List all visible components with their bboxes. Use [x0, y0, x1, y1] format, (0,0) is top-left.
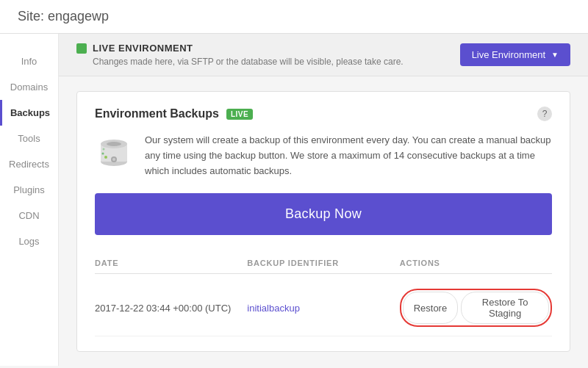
row-actions: Restore Restore To Staging [400, 289, 552, 327]
card-header: Environment Backups LIVE ? [95, 107, 552, 121]
row-date: 2017-12-22 03:44 +00:00 (UTC) [95, 303, 247, 314]
svg-point-6 [104, 156, 107, 159]
main-content: LIVE ENVIRONMENT Changes made here, via … [59, 34, 588, 366]
env-banner: LIVE ENVIRONMENT Changes made here, via … [59, 34, 588, 76]
env-label-row: LIVE ENVIRONMENT [76, 43, 404, 54]
sidebar-item-domains[interactable]: Domains [0, 74, 58, 100]
row-identifier[interactable]: initialbackup [247, 303, 399, 314]
help-icon[interactable]: ? [537, 107, 552, 121]
actions-group: Restore Restore To Staging [400, 289, 552, 327]
table-row: 2017-12-22 03:44 +00:00 (UTC) initialbac… [95, 280, 552, 336]
col-header-identifier: BACKUP IDENTIFIER [247, 259, 399, 267]
restore-button[interactable]: Restore [403, 292, 459, 324]
live-badge: LIVE [226, 109, 253, 120]
sidebar-item-info[interactable]: Info [0, 48, 58, 74]
svg-point-5 [112, 158, 115, 161]
card-title-row: Environment Backups LIVE [95, 107, 253, 120]
backup-description: Our system will create a backup of this … [145, 133, 552, 178]
svg-point-8 [103, 148, 105, 151]
env-live-dot [76, 43, 87, 54]
sidebar-item-backups[interactable]: Backups [0, 100, 58, 126]
sidebar-item-logs[interactable]: Logs [0, 228, 58, 254]
card-title: Environment Backups [95, 107, 219, 120]
backups-card: Environment Backups LIVE ? [76, 91, 570, 352]
backup-info: Our system will create a backup of this … [95, 133, 552, 178]
col-header-date: DATE [95, 259, 247, 267]
backups-table: DATE BACKUP IDENTIFIER ACTIONS 2017-12-2… [95, 253, 552, 336]
svg-point-3 [107, 142, 121, 146]
restore-to-staging-button[interactable]: Restore To Staging [461, 292, 549, 324]
table-header: DATE BACKUP IDENTIFIER ACTIONS [95, 253, 552, 274]
col-header-actions: ACTIONS [400, 259, 552, 267]
page-header: Site: engagewp [0, 0, 588, 34]
chevron-down-icon: ▼ [551, 51, 559, 59]
env-description: Changes made here, via SFTP or the datab… [93, 57, 404, 67]
env-banner-info: LIVE ENVIRONMENT Changes made here, via … [76, 43, 404, 67]
page-title: Site: engagewp [18, 9, 109, 24]
content-area: Environment Backups LIVE ? [59, 76, 588, 366]
sidebar-item-plugins[interactable]: Plugins [0, 177, 58, 203]
sidebar-item-cdn[interactable]: CDN [0, 203, 58, 228]
sidebar: Info Domains Backups Tools Redirects Plu… [0, 34, 59, 366]
sidebar-item-redirects[interactable]: Redirects [0, 151, 58, 177]
svg-point-7 [102, 153, 104, 155]
env-dropdown-button[interactable]: Live Environment ▼ [460, 43, 570, 66]
main-layout: Info Domains Backups Tools Redirects Plu… [0, 34, 588, 366]
backup-disk-icon [95, 133, 133, 171]
backup-now-button[interactable]: Backup Now [95, 193, 552, 235]
env-name: LIVE ENVIRONMENT [93, 43, 193, 54]
sidebar-item-tools[interactable]: Tools [0, 126, 58, 151]
env-dropdown-label: Live Environment [472, 49, 545, 60]
